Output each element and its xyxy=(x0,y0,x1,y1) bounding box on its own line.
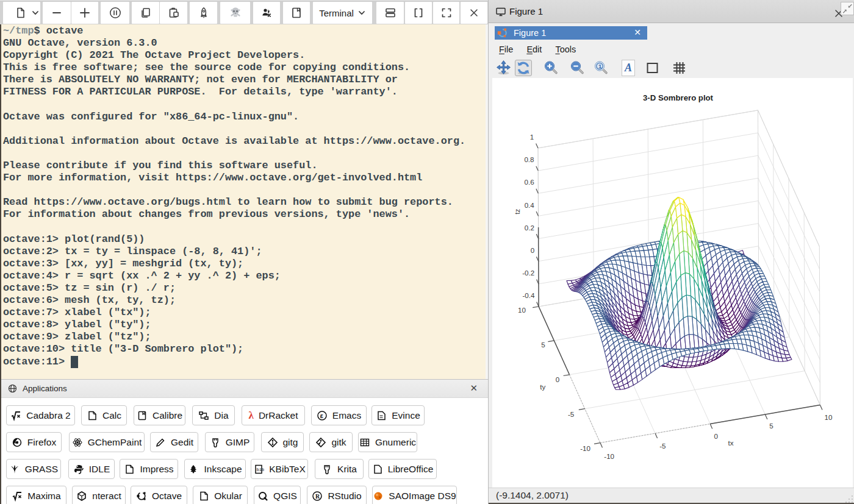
svg-text:bib: bib xyxy=(257,467,265,472)
svg-text:0.4: 0.4 xyxy=(525,201,535,209)
svg-text:0: 0 xyxy=(556,375,559,383)
svg-text:10: 10 xyxy=(518,306,526,314)
svg-text:tz: tz xyxy=(513,208,521,214)
svg-text:-10: -10 xyxy=(604,452,614,460)
svg-text:10: 10 xyxy=(825,413,833,421)
svg-text:5: 5 xyxy=(769,422,773,430)
svg-text:R: R xyxy=(315,492,320,499)
svg-text:ε: ε xyxy=(320,412,323,419)
svg-text:0.2: 0.2 xyxy=(525,224,534,232)
svg-text:3-D Sombrero plot: 3-D Sombrero plot xyxy=(643,93,714,102)
svg-text:1: 1 xyxy=(598,63,601,69)
svg-text:-10: -10 xyxy=(580,444,590,452)
svg-text:0: 0 xyxy=(531,246,534,254)
svg-text:-5: -5 xyxy=(659,442,666,450)
svg-text:tx: tx xyxy=(728,439,734,447)
svg-text:1: 1 xyxy=(530,133,534,141)
svg-text:-0.2: -0.2 xyxy=(522,269,534,277)
svg-text:0.8: 0.8 xyxy=(524,155,534,163)
svg-text:5: 5 xyxy=(541,341,545,349)
svg-text:-0.4: -0.4 xyxy=(522,291,535,299)
svg-text:ty: ty xyxy=(540,383,545,391)
svg-text:0: 0 xyxy=(714,432,717,440)
svg-text:0.6: 0.6 xyxy=(524,178,534,186)
svg-text:-5: -5 xyxy=(568,410,574,418)
